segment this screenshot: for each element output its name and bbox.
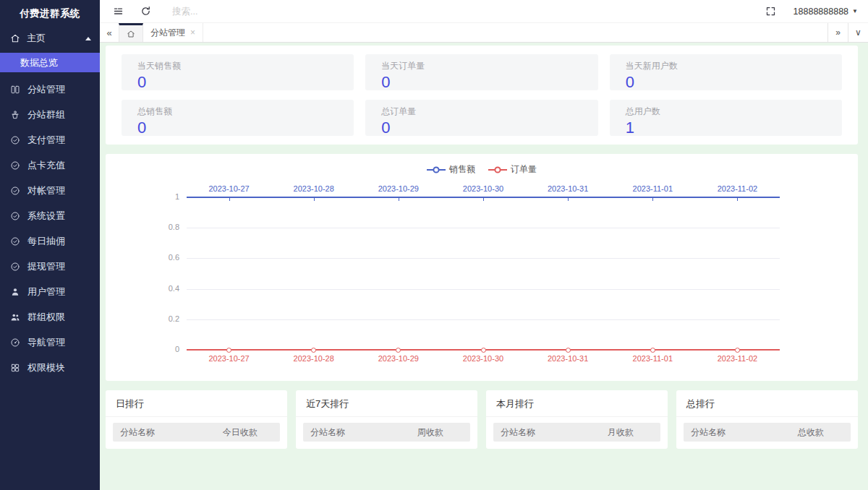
- sidebar-item-3[interactable]: 点卡充值: [0, 152, 100, 178]
- x-axis-label-top: 2023-10-28: [280, 184, 348, 193]
- tabs-scroll-left-icon[interactable]: «: [100, 23, 119, 42]
- sidebar-item-label: 主页: [27, 32, 85, 45]
- legend-item-0[interactable]: 销售额: [427, 163, 475, 176]
- grid-line: [187, 289, 780, 290]
- x-axis-tick: [399, 198, 399, 201]
- refresh-icon[interactable]: [139, 5, 152, 18]
- x-axis-label-bottom: 2023-10-28: [280, 354, 348, 363]
- sidebar-item-label: 系统设置: [27, 210, 65, 223]
- sidebar-item-label: 支付管理: [27, 134, 65, 147]
- x-axis-tick: [568, 198, 569, 201]
- menu-fold-icon[interactable]: [111, 5, 124, 18]
- search-input[interactable]: [172, 7, 288, 17]
- user-phone: 18888888888: [793, 7, 848, 17]
- stat-value: 0: [381, 119, 582, 137]
- series-marker: [650, 348, 655, 353]
- user-dropdown[interactable]: 18888888888 ▼: [793, 7, 858, 17]
- columns-icon: [10, 85, 20, 95]
- tabs-scroll-right-icon[interactable]: »: [827, 23, 848, 42]
- circle-check-icon: [10, 135, 20, 145]
- y-axis-label: 0.2: [142, 314, 179, 323]
- close-icon[interactable]: ×: [190, 27, 195, 38]
- sidebar-item-8[interactable]: 用户管理: [0, 279, 100, 304]
- stat-value: 0: [137, 119, 338, 137]
- sidebar-item-2[interactable]: 支付管理: [0, 127, 100, 152]
- x-axis-label-bottom: 2023-10-30: [449, 354, 517, 363]
- sidebar-item-label: 权限模块: [27, 361, 65, 374]
- ranking-card-0: 日排行分站名称今日收款: [106, 390, 287, 449]
- podium-icon: [10, 110, 20, 120]
- sidebar-subitem-label: 数据总览: [20, 56, 58, 69]
- sidebar-item-5[interactable]: 系统设置: [0, 203, 100, 228]
- x-axis-tick: [229, 198, 230, 201]
- sidebar-item-label: 群组权限: [27, 311, 65, 324]
- sidebar-item-label: 用户管理: [27, 285, 65, 298]
- sidebar-item-11[interactable]: 权限模块: [0, 355, 100, 380]
- ranking-column-header: 分站名称: [303, 426, 391, 439]
- y-axis-label: 0.4: [142, 284, 179, 293]
- home-icon: [127, 30, 135, 38]
- sidebar-item-6[interactable]: 每日抽佣: [0, 228, 100, 254]
- stat-label: 当天订单量: [381, 60, 582, 72]
- caret-down-icon: ▼: [852, 8, 858, 14]
- tabs-menu-icon[interactable]: ∨: [848, 23, 868, 42]
- legend-marker-icon: [427, 166, 446, 173]
- chart-legend: 销售额订单量: [106, 163, 858, 176]
- x-axis-label-bottom: 2023-11-01: [618, 354, 686, 363]
- fullscreen-icon[interactable]: [765, 5, 778, 18]
- x-axis-label-top: 2023-10-27: [195, 184, 263, 193]
- sidebar-item-data-overview[interactable]: 数据总览: [0, 53, 100, 72]
- home-icon: [10, 33, 20, 43]
- stat-label: 当天销售额: [137, 60, 338, 72]
- ranking-column-header: 周收款: [391, 426, 471, 439]
- sidebar-item-7[interactable]: 提现管理: [0, 254, 100, 279]
- content-area: 当天销售额0当天订单量0当天新用户数0总销售额0总订单量0总用户数1 销售额订单…: [100, 43, 868, 490]
- sidebar-item-label: 导航管理: [27, 336, 65, 349]
- stat-value: 0: [381, 73, 582, 92]
- stat-value: 1: [626, 119, 826, 137]
- x-axis-label-bottom: 2023-10-31: [534, 354, 602, 363]
- ranking-table-header: 分站名称今日收款: [113, 423, 280, 442]
- x-axis-label-bottom: 2023-11-02: [703, 354, 771, 363]
- sidebar-item-4[interactable]: 对帐管理: [0, 178, 100, 203]
- x-axis-label-top: 2023-11-02: [703, 184, 771, 193]
- tab-home[interactable]: [119, 23, 143, 42]
- stat-card-3: 总销售额0: [122, 100, 354, 136]
- x-axis-tick: [483, 198, 484, 201]
- legend-marker-icon: [488, 166, 507, 173]
- ranking-card-1: 近7天排行分站名称周收款: [296, 390, 477, 449]
- ranking-table-header: 分站名称周收款: [303, 423, 470, 442]
- stat-value: 0: [137, 73, 338, 92]
- x-axis-label-top: 2023-10-31: [534, 184, 602, 193]
- sidebar-item-home[interactable]: 主页: [0, 27, 100, 49]
- ranking-table-header: 分站名称总收款: [684, 423, 851, 442]
- ranking-column-header: 分站名称: [113, 426, 200, 439]
- sidebar-item-label: 分站群组: [27, 108, 65, 121]
- ranking-table-header: 分站名称月收款: [493, 423, 660, 442]
- tabbar: « 分站管理 × » ∨: [100, 23, 868, 43]
- legend-label: 订单量: [511, 163, 537, 176]
- ranking-column-header: 分站名称: [493, 426, 581, 439]
- chevron-up-icon: [85, 37, 91, 40]
- stat-card-4: 总订单量0: [365, 100, 597, 136]
- sidebar-item-10[interactable]: 导航管理: [0, 330, 100, 355]
- main-area: 18888888888 ▼ « 分站管理 × » ∨ 当天销售额0当天订单量: [100, 0, 868, 490]
- grid-line: [187, 258, 780, 259]
- sidebar-item-0[interactable]: 分站管理: [0, 77, 100, 102]
- ranking-column-header: 月收款: [581, 426, 661, 439]
- stat-card-1: 当天订单量0: [365, 54, 597, 90]
- y-axis-label: 0.6: [142, 253, 179, 262]
- sidebar-item-1[interactable]: 分站群组: [0, 102, 100, 127]
- x-axis-tick: [652, 198, 653, 201]
- series-marker: [311, 348, 316, 353]
- legend-item-1[interactable]: 订单量: [488, 163, 537, 176]
- stats-panel: 当天销售额0当天订单量0当天新用户数0总销售额0总订单量0总用户数1: [106, 46, 858, 145]
- app-title: 付费进群系统: [0, 0, 100, 25]
- x-axis-tick: [314, 198, 315, 201]
- tab-substation-management[interactable]: 分站管理 ×: [143, 23, 203, 42]
- stat-label: 当天新用户数: [626, 60, 826, 72]
- ranking-title: 近7天排行: [296, 390, 477, 417]
- series-marker: [481, 348, 486, 353]
- sidebar-item-9[interactable]: 群组权限: [0, 304, 100, 330]
- ranking-card-3: 总排行分站名称总收款: [676, 390, 858, 449]
